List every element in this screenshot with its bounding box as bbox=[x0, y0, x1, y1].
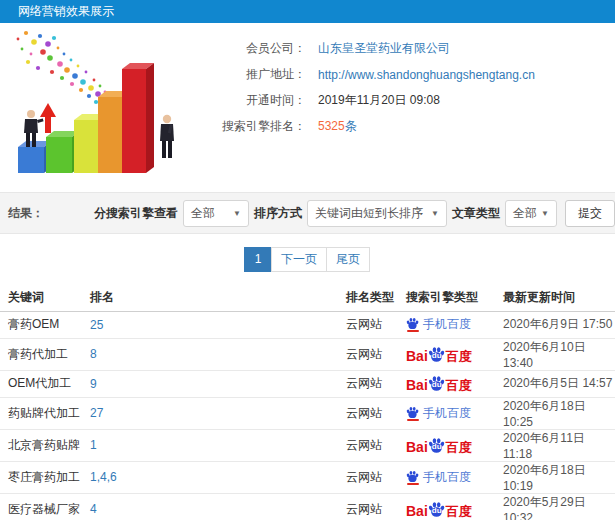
rank-cell: 8 bbox=[82, 338, 338, 370]
baidu-logo-cn: 百度 bbox=[446, 350, 472, 363]
filter-controls: 分搜索引擎查看 全部 ▼ 排序方式 关键词由短到长排序 ▼ 文章类型 全部 ▼ … bbox=[89, 200, 615, 227]
baidu-logo: Baidu百度 bbox=[406, 346, 472, 363]
baidu-logo-bai: Bai bbox=[406, 440, 428, 454]
updated-cell: 2020年6月5日 14:57 bbox=[495, 370, 615, 397]
keyword-cell: OEM代加工 bbox=[0, 370, 82, 397]
baidu-logo-cn: 百度 bbox=[446, 505, 472, 518]
page-title: 网络营销效果展示 bbox=[0, 0, 615, 23]
rank-cell: 1,4,6 bbox=[82, 461, 338, 493]
promotion-url-link[interactable]: http://www.shandonghuangshengtang.cn bbox=[318, 68, 535, 82]
next-page-button[interactable]: 下一页 bbox=[271, 247, 327, 272]
engine-type-cell: 手机百度 bbox=[398, 461, 495, 493]
mobile-baidu-label: 手机百度 bbox=[423, 469, 471, 486]
baidu-paw-icon bbox=[406, 317, 419, 332]
baidu-paw-icon: du bbox=[428, 437, 445, 454]
article-type-select[interactable]: 全部 ▼ bbox=[505, 200, 557, 227]
rank-cell: 27 bbox=[82, 397, 338, 429]
header-engine-type: 搜索引擎类型 bbox=[398, 284, 495, 311]
updated-cell: 2020年6月11日 11:18 bbox=[495, 429, 615, 461]
baidu-logo: Baidu百度 bbox=[406, 375, 472, 392]
rank-type-cell: 云网站 bbox=[338, 338, 398, 370]
table-row: 医疗器械厂家 4 云网站 Baidu百度 2020年5月29日 10:32 bbox=[0, 493, 615, 520]
mobile-baidu-badge: 手机百度 bbox=[406, 405, 471, 422]
mobile-baidu-badge: 手机百度 bbox=[406, 469, 471, 486]
engine-type-cell: 手机百度 bbox=[398, 397, 495, 429]
rank-type-cell: 云网站 bbox=[338, 397, 398, 429]
baidu-logo-bai: Bai bbox=[406, 378, 428, 392]
updated-cell: 2020年6月18日 10:19 bbox=[495, 461, 615, 493]
header-rank: 排名 bbox=[82, 284, 338, 311]
page-1-button[interactable]: 1 bbox=[244, 247, 272, 272]
engine-filter-label: 分搜索引擎查看 bbox=[94, 205, 178, 222]
engine-type-cell: Baidu百度 bbox=[398, 370, 495, 397]
table-header-row: 关键词 排名 排名类型 搜索引擎类型 最新更新时间 bbox=[0, 284, 615, 311]
company-label: 会员公司： bbox=[188, 40, 306, 57]
keyword-cell: 膏药OEM bbox=[0, 311, 82, 338]
businessman-right bbox=[160, 115, 174, 158]
sort-filter-select[interactable]: 关键词由短到长排序 ▼ bbox=[307, 200, 447, 227]
sort-filter-value: 关键词由短到长排序 bbox=[315, 205, 423, 222]
info-rows: 会员公司： 山东皇圣堂药业有限公司 推广地址： http://www.shand… bbox=[188, 23, 615, 135]
rank-cell: 4 bbox=[82, 493, 338, 520]
engine-type-cell: 手机百度 bbox=[398, 311, 495, 338]
baidu-paw-icon: du bbox=[428, 375, 445, 392]
result-label: 结果： bbox=[8, 205, 44, 222]
sort-filter-label: 排序方式 bbox=[254, 205, 302, 222]
rank-count-label: 搜索引擎排名： bbox=[188, 118, 306, 135]
rank-link[interactable]: 4 bbox=[90, 502, 97, 516]
baidu-logo-bai: Bai bbox=[406, 504, 428, 518]
pagination: 1 下一页 尾页 bbox=[0, 234, 615, 284]
baidu-logo-cn: 百度 bbox=[446, 379, 472, 392]
article-type-value: 全部 bbox=[513, 205, 537, 222]
submit-button[interactable]: 提交 bbox=[565, 200, 615, 227]
rank-type-cell: 云网站 bbox=[338, 311, 398, 338]
table-row: 膏药OEM 25 云网站 手机百度 2020年6月9日 17:50 bbox=[0, 311, 615, 338]
rank-link[interactable]: 1 bbox=[90, 438, 97, 452]
table-row: 枣庄膏药加工 1,4,6 云网站 手机百度 2020年6月18日 10:19 bbox=[0, 461, 615, 493]
filter-bar: 结果： 分搜索引擎查看 全部 ▼ 排序方式 关键词由短到长排序 ▼ 文章类型 全… bbox=[0, 192, 615, 234]
keyword-cell: 药贴牌代加工 bbox=[0, 397, 82, 429]
info-row-url: 推广地址： http://www.shandonghuangshengtang.… bbox=[188, 66, 615, 83]
updated-cell: 2020年5月29日 10:32 bbox=[495, 493, 615, 520]
engine-type-cell: Baidu百度 bbox=[398, 338, 495, 370]
chevron-down-icon: ▼ bbox=[431, 209, 439, 218]
chevron-down-icon: ▼ bbox=[233, 209, 241, 218]
rank-count-unit: 条 bbox=[345, 119, 357, 133]
updated-cell: 2020年6月9日 17:50 bbox=[495, 311, 615, 338]
mobile-baidu-badge: 手机百度 bbox=[406, 316, 471, 333]
mobile-baidu-label: 手机百度 bbox=[423, 405, 471, 422]
rank-link[interactable]: 1,4,6 bbox=[90, 470, 117, 484]
company-link[interactable]: 山东皇圣堂药业有限公司 bbox=[318, 40, 450, 57]
engine-type-cell: Baidu百度 bbox=[398, 429, 495, 461]
rank-link[interactable]: 8 bbox=[90, 347, 97, 361]
rank-type-cell: 云网站 bbox=[338, 493, 398, 520]
baidu-logo-cn: 百度 bbox=[446, 441, 472, 454]
table-row: 北京膏药贴牌 1 云网站 Baidu百度 2020年6月11日 11:18 bbox=[0, 429, 615, 461]
table-row: OEM代加工 9 云网站 Baidu百度 2020年6月5日 14:57 bbox=[0, 370, 615, 397]
rank-link[interactable]: 25 bbox=[90, 318, 103, 332]
rank-link[interactable]: 9 bbox=[90, 377, 97, 391]
info-row-rank-count: 搜索引擎排名： 5325条 bbox=[188, 118, 615, 135]
bar-chart-illustration bbox=[4, 27, 186, 190]
chevron-down-icon: ▼ bbox=[541, 209, 549, 218]
up-arrow-icon bbox=[40, 103, 56, 133]
header-updated: 最新更新时间 bbox=[495, 284, 615, 311]
engine-type-cell: Baidu百度 bbox=[398, 493, 495, 520]
rank-link[interactable]: 27 bbox=[90, 406, 103, 420]
engine-filter-select[interactable]: 全部 ▼ bbox=[183, 200, 249, 227]
keyword-cell: 医疗器械厂家 bbox=[0, 493, 82, 520]
header-keyword: 关键词 bbox=[0, 284, 82, 311]
rank-type-cell: 云网站 bbox=[338, 429, 398, 461]
last-page-button[interactable]: 尾页 bbox=[326, 247, 370, 272]
updated-cell: 2020年6月10日 13:40 bbox=[495, 338, 615, 370]
baidu-paw-icon: du bbox=[428, 346, 445, 363]
opened-time: 2019年11月20日 09:08 bbox=[318, 92, 440, 109]
engine-filter-value: 全部 bbox=[191, 205, 215, 222]
rank-type-cell: 云网站 bbox=[338, 461, 398, 493]
baidu-paw-icon bbox=[406, 470, 419, 485]
baidu-logo: Baidu百度 bbox=[406, 437, 472, 454]
company-info-section: 会员公司： 山东皇圣堂药业有限公司 推广地址： http://www.shand… bbox=[0, 23, 615, 192]
rank-cell: 1 bbox=[82, 429, 338, 461]
results-table: 关键词 排名 排名类型 搜索引擎类型 最新更新时间 膏药OEM 25 云网站 手… bbox=[0, 284, 615, 520]
keyword-cell: 膏药代加工 bbox=[0, 338, 82, 370]
